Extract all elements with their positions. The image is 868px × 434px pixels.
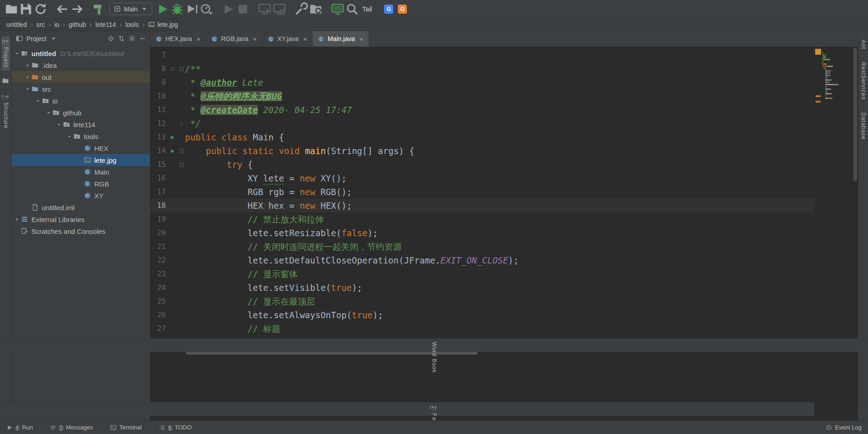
breadcrumb-item-lete114[interactable]: lete114 [96, 21, 116, 28]
tool-button-ant[interactable]: Ant [859, 36, 868, 52]
code-line[interactable]: 19 // 禁止放大和拉伸 [150, 212, 814, 226]
breadcrumb-item-io[interactable]: io [54, 21, 59, 28]
tree-item-hex[interactable]: CHEX [12, 142, 150, 154]
breadcrumb-item-untitled[interactable]: untitled [6, 21, 27, 28]
tool-button-messages[interactable]: 0: Messages [50, 424, 93, 431]
warning-mark[interactable] [816, 95, 821, 97]
breadcrumb-item-tools[interactable]: tools [125, 21, 139, 28]
debug-icon[interactable] [170, 2, 184, 16]
code-line[interactable]: 7 [150, 48, 814, 62]
tab-main-java[interactable]: CMain.java× [313, 31, 369, 46]
stop-icon[interactable] [236, 2, 250, 16]
tab-rgb-java[interactable]: CRGB.java× [206, 31, 262, 46]
tree-item-tools[interactable]: tools [12, 130, 150, 142]
wrench-icon[interactable] [294, 2, 308, 16]
chevron-right-icon[interactable] [13, 217, 21, 222]
code-line[interactable]: 10 * @乐特的程序永无BUG [150, 89, 814, 103]
tool-button-database[interactable]: Database [859, 109, 868, 143]
settings-gear-icon[interactable] [128, 35, 135, 42]
chevron-right-icon[interactable] [23, 63, 31, 68]
tool-button-run[interactable]: 4: Run [6, 424, 33, 431]
locate-file-icon[interactable] [108, 35, 114, 42]
rerun-icon[interactable] [221, 2, 235, 16]
fold-minus-icon[interactable] [178, 162, 185, 168]
fold-minus-icon[interactable] [178, 148, 185, 154]
code-line[interactable]: 11 * @createDate 2020- 04-25 17:47 [150, 103, 814, 117]
code-line[interactable]: 17 RGB rgb = new RGB(); [150, 185, 814, 199]
code-line[interactable]: 27 // 标题 [150, 322, 814, 336]
tool-button-todo[interactable]: 6: TODO [159, 424, 192, 431]
stripe-folder-icon[interactable] [2, 77, 10, 85]
run-icon[interactable] [167, 148, 178, 154]
chevron-down-icon[interactable] [34, 98, 42, 103]
run-icon[interactable] [156, 2, 169, 16]
code-line[interactable]: 18 HEX hex = new HEX(); [150, 199, 814, 212]
close-icon[interactable]: × [253, 35, 257, 43]
attach-process-icon[interactable] [272, 2, 286, 16]
breadcrumb-item-lete-jpg[interactable]: lete.jpg [148, 21, 178, 28]
code-line[interactable]: 21 // 关闭时连同进程一起关闭，节约资源 [150, 240, 814, 253]
project-structure-icon[interactable] [309, 2, 323, 16]
code-line[interactable]: 14 public static void main(String[] args… [150, 144, 814, 158]
breadcrumb-item-github[interactable]: github [69, 21, 86, 28]
hide-panel-icon[interactable] [139, 35, 146, 42]
tree-item-out[interactable]: out [12, 71, 150, 83]
code-line[interactable]: 16 XY lete = new XY(); [150, 171, 814, 185]
code-line[interactable]: 24 lete.setVisible(true); [150, 281, 814, 294]
run-configuration-select[interactable]: Main [109, 3, 152, 15]
expand-collapse-icon[interactable] [118, 35, 125, 42]
code-line[interactable]: 23 // 显示窗体 [150, 267, 814, 281]
sync-icon[interactable] [34, 2, 47, 16]
code-line[interactable]: 20 lete.setResizable(false); [150, 226, 814, 240]
tree-item-main[interactable]: CMain [12, 166, 150, 178]
code-line[interactable]: 26 lete.setAlwaysOnTop(true); [150, 308, 814, 322]
vertical-scrollbar[interactable] [853, 47, 858, 420]
tree-item-io[interactable]: io [12, 95, 150, 107]
code-line[interactable]: 13public class Main { [150, 130, 814, 144]
chevron-right-icon[interactable] [23, 75, 31, 80]
run-coverage-icon[interactable] [185, 2, 199, 16]
run-icon[interactable] [167, 134, 178, 140]
chevron-down-icon[interactable] [50, 35, 57, 42]
code-line[interactable]: 9 * @author Lete [150, 76, 814, 89]
tool-button-eventlog[interactable]: Event Log [826, 424, 862, 431]
tree-item-external-libraries[interactable]: External Libraries [12, 213, 150, 225]
tree-item-github[interactable]: github [12, 107, 150, 119]
breadcrumb-item-src[interactable]: src [36, 21, 45, 28]
chevron-down-icon[interactable] [55, 122, 63, 127]
build-hammer-icon[interactable] [92, 2, 106, 16]
tree-item-lete114[interactable]: lete114 [12, 119, 150, 130]
open-project-icon[interactable] [5, 2, 18, 16]
tree-item-rgb[interactable]: CRGB [12, 178, 150, 190]
search-icon[interactable] [345, 2, 359, 16]
profiler-icon[interactable] [200, 2, 213, 16]
code-line[interactable]: 22 lete.setDefaultCloseOperation(JFrame.… [150, 253, 814, 267]
warning-mark[interactable] [816, 101, 821, 103]
tool-button-restservices[interactable]: RestServices [859, 59, 868, 103]
translate-alt-icon[interactable]: G [398, 5, 407, 14]
tree-item-idea[interactable]: .idea [12, 59, 150, 71]
tree-item-xy[interactable]: CXY [12, 190, 150, 202]
back-icon[interactable] [56, 2, 69, 16]
fold-minus-icon[interactable] [178, 66, 185, 72]
close-icon[interactable]: × [303, 35, 307, 43]
warning-indicator[interactable] [815, 49, 821, 55]
code-line[interactable]: 8/** [150, 62, 814, 76]
attach-screen-icon[interactable] [258, 2, 272, 16]
tool-button-project[interactable]: 1: Project [2, 36, 10, 71]
tree-item-lete-jpg[interactable]: lete.jpg [12, 154, 150, 166]
chevron-down-icon[interactable] [13, 51, 21, 56]
tail-button[interactable]: Tail [360, 5, 374, 13]
tree-item-src[interactable]: src [12, 83, 150, 95]
code-line[interactable]: 15 try { [150, 158, 814, 171]
code-line[interactable]: 12 */ [150, 117, 814, 130]
forward-icon[interactable] [70, 2, 84, 16]
translate-icon[interactable]: G [384, 5, 393, 14]
doc-toggle-icon[interactable] [167, 66, 178, 72]
code-line[interactable]: 25 // 显示在最顶层 [150, 294, 814, 308]
project-panel-title[interactable]: Project [26, 35, 46, 42]
tab-hex-java[interactable]: CHEX.java× [150, 31, 206, 46]
tool-button-terminal[interactable]: Terminal [110, 424, 142, 431]
tool-button-wordbook[interactable]: Word Book [430, 339, 438, 376]
fold-up-icon[interactable] [178, 121, 185, 127]
